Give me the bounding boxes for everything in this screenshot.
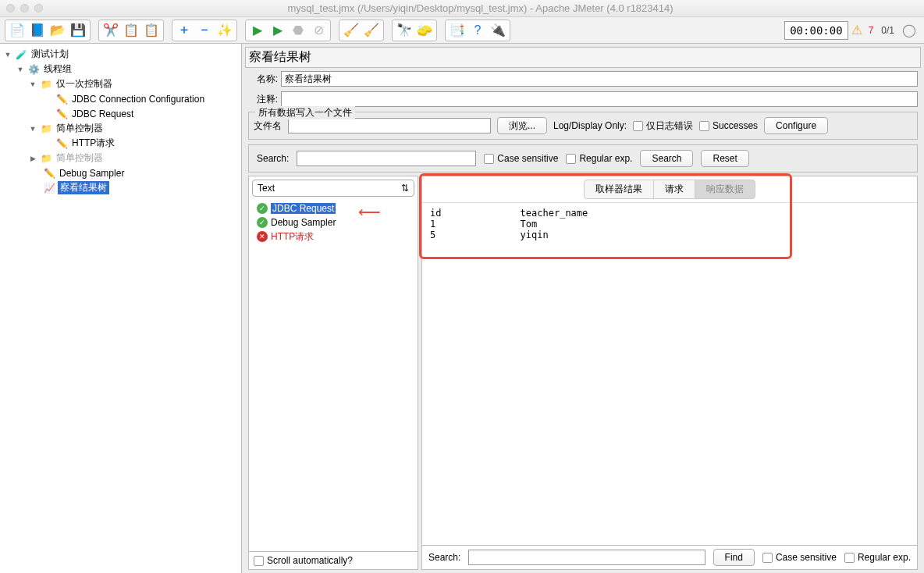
search-icon[interactable]: 🔭 xyxy=(394,21,414,40)
search-label: Search: xyxy=(257,153,289,164)
filename-label: 文件名 xyxy=(254,119,282,133)
controller-icon: 📁 xyxy=(40,152,52,165)
tree-jdbc-request[interactable]: ✏️ JDBC Request xyxy=(0,106,241,121)
response-body[interactable]: id teacher_name 1 Tom 5 yiqin xyxy=(422,203,917,545)
response-search-bar: Search: Find Case sensitive Regular exp. xyxy=(422,545,917,569)
find-button[interactable]: Find xyxy=(713,549,755,566)
chevron-updown-icon: ⇅ xyxy=(401,183,409,194)
start-no-pause-icon[interactable]: ▶ xyxy=(268,21,288,40)
detail-search-input[interactable] xyxy=(468,550,705,565)
plugin-icon[interactable]: 🔌 xyxy=(488,21,508,40)
flask-icon: 🧪 xyxy=(15,48,27,61)
sample-http-request[interactable]: ✕ HTTP请求 xyxy=(249,230,418,244)
case-sensitive-checkbox[interactable]: Case sensitive xyxy=(484,153,558,164)
results-panel: 察看结果树 名称: 注释: 所有数据写入一个文件 文件名 浏览... Log/D… xyxy=(242,44,924,573)
window-controls xyxy=(6,4,43,12)
tree-root[interactable]: ▼ 🧪 测试计划 xyxy=(0,47,241,62)
detail-regex-checkbox[interactable]: Regular exp. xyxy=(844,552,911,563)
toolbar: 📄 📘 📂 💾 ✂️ 📋 📋 ＋ － ✨ ▶ ▶ ⬣ ⊘ 🧹 🧹 🔭 🧽 📑 ?… xyxy=(0,17,924,44)
tree-once-controller[interactable]: ▼ 📁 仅一次控制器 xyxy=(0,77,241,91)
name-input[interactable] xyxy=(281,71,918,87)
gear-icon: ⚙️ xyxy=(27,63,40,76)
comment-input[interactable] xyxy=(281,91,918,107)
sample-jdbc-request[interactable]: ✓ JDBC Request xyxy=(249,201,418,215)
sampler-icon: ✏️ xyxy=(43,167,55,180)
help-icon[interactable]: ? xyxy=(467,21,488,40)
file-output-fieldset: 所有数据写入一个文件 文件名 浏览... Log/Display Only: 仅… xyxy=(248,112,918,140)
regex-checkbox[interactable]: Regular exp. xyxy=(566,153,632,164)
scroll-auto-checkbox[interactable]: Scroll automatically? xyxy=(254,555,353,566)
wand-icon[interactable]: ✨ xyxy=(215,21,235,40)
chart-icon: 📈 xyxy=(43,182,55,194)
zoom-window-icon[interactable] xyxy=(34,4,43,12)
success-icon: ✓ xyxy=(257,217,268,228)
tree-jdbc-config[interactable]: ✏️ JDBC Connection Configuration xyxy=(0,91,241,106)
sample-list[interactable]: ✓ JDBC Request ✓ Debug Sampler ✕ HTTP请求 … xyxy=(249,200,418,551)
test-plan-tree[interactable]: ▼ 🧪 测试计划 ▼ ⚙️ 线程组 ▼ 📁 仅一次控制器 ✏️ JDBC Con… xyxy=(0,44,242,573)
controller-icon: 📁 xyxy=(40,78,52,91)
result-detail-pane: 取样器结果 请求 响应数据 id teacher_name 1 Tom 5 yi… xyxy=(421,176,918,570)
tree-debug-sampler[interactable]: ✏️ Debug Sampler xyxy=(0,165,241,180)
paste-icon[interactable]: 📋 xyxy=(141,21,162,40)
window-title: mysql_test.jmx (/Users/yiqin/Desktop/mys… xyxy=(43,2,918,14)
tab-response-data[interactable]: 响应数据 xyxy=(695,180,755,199)
search-button[interactable]: Search xyxy=(640,150,693,167)
minimize-window-icon[interactable] xyxy=(20,4,29,12)
detail-case-sensitive-checkbox[interactable]: Case sensitive xyxy=(762,552,837,563)
config-icon: ✏️ xyxy=(55,93,68,105)
search-input[interactable] xyxy=(297,151,476,166)
new-icon[interactable]: 📄 xyxy=(7,21,27,40)
twisty-icon[interactable]: ▼ xyxy=(28,80,37,88)
copy-icon[interactable]: 📋 xyxy=(121,21,141,40)
start-icon[interactable]: ▶ xyxy=(247,21,268,40)
sampler-icon: ✏️ xyxy=(55,108,68,120)
function-helper-icon[interactable]: 📑 xyxy=(447,21,467,40)
tab-sampler-result[interactable]: 取样器结果 xyxy=(584,180,654,199)
success-icon: ✓ xyxy=(257,203,268,214)
elapsed-timer: 00:00:00 xyxy=(784,21,848,40)
clear-icon[interactable]: 🧹 xyxy=(341,21,361,40)
clear-all-icon[interactable]: 🧹 xyxy=(361,21,382,40)
collapse-icon[interactable]: ◯ xyxy=(899,21,919,40)
templates-icon[interactable]: 📘 xyxy=(27,21,48,40)
add-icon[interactable]: ＋ xyxy=(174,21,194,40)
warning-count: 7 xyxy=(869,25,874,36)
panel-title: 察看结果树 xyxy=(245,47,921,68)
tree-simple-controller-disabled[interactable]: ▶ 📁 简单控制器 xyxy=(0,151,241,165)
warning-icon[interactable]: ⚠ xyxy=(851,23,862,37)
sampler-icon: ✏️ xyxy=(55,137,68,150)
open-icon[interactable]: 📂 xyxy=(48,21,68,40)
cut-icon[interactable]: ✂️ xyxy=(101,21,121,40)
controller-icon: 📁 xyxy=(40,123,52,135)
successes-checkbox[interactable]: Successes xyxy=(699,120,758,131)
twisty-icon[interactable]: ▶ xyxy=(28,155,37,162)
result-tabs: 取样器结果 请求 响应数据 xyxy=(422,176,917,203)
stop-icon[interactable]: ⬣ xyxy=(288,21,308,40)
sample-list-pane: Text ⇅ ✓ JDBC Request ✓ Debug Sampler ✕ … xyxy=(248,176,418,570)
tree-view-results[interactable]: 📈 察看结果树 xyxy=(0,180,241,195)
clear-search-icon[interactable]: 🧽 xyxy=(414,21,435,40)
tree-http-request[interactable]: ✏️ HTTP请求 xyxy=(0,136,241,151)
browse-button[interactable]: 浏览... xyxy=(497,117,547,134)
twisty-icon[interactable]: ▼ xyxy=(28,125,37,133)
sample-debug-sampler[interactable]: ✓ Debug Sampler xyxy=(249,215,418,230)
detail-search-label: Search: xyxy=(428,552,460,563)
filename-input[interactable] xyxy=(288,118,491,133)
log-display-label: Log/Display Only: xyxy=(553,120,627,131)
thread-status: 0/1 xyxy=(881,25,894,36)
renderer-select[interactable]: Text ⇅ xyxy=(252,180,414,197)
remove-icon[interactable]: － xyxy=(194,21,215,40)
save-icon[interactable]: 💾 xyxy=(68,21,88,40)
twisty-icon[interactable]: ▼ xyxy=(16,66,25,73)
tree-simple-controller[interactable]: ▼ 📁 简单控制器 xyxy=(0,121,241,136)
configure-button[interactable]: Configure xyxy=(764,117,828,134)
shutdown-icon[interactable]: ⊘ xyxy=(308,21,329,40)
tree-thread-group[interactable]: ▼ ⚙️ 线程组 xyxy=(0,62,241,77)
twisty-icon[interactable]: ▼ xyxy=(3,51,12,59)
error-icon: ✕ xyxy=(257,231,268,242)
errors-only-checkbox[interactable]: 仅日志错误 xyxy=(633,119,693,133)
titlebar: mysql_test.jmx (/Users/yiqin/Desktop/mys… xyxy=(0,0,924,17)
tab-request[interactable]: 请求 xyxy=(653,180,695,199)
close-window-icon[interactable] xyxy=(6,4,15,12)
reset-button[interactable]: Reset xyxy=(701,150,748,167)
